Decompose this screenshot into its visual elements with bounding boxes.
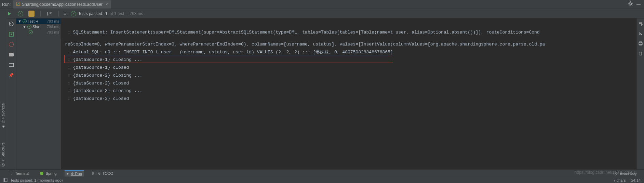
spring-label: Spring — [46, 171, 57, 175]
run-label: Run: — [2, 2, 11, 7]
todo-label: 6: TODO — [98, 171, 113, 175]
pin-button[interactable]: 📌 — [8, 72, 15, 79]
run-button[interactable] — [6, 10, 13, 17]
console-line: : Actual SQL: u0 ::: INSERT INTO t_user … — [65, 49, 632, 56]
left-sidebar: ★ 2: Favorites ⌬ 7: Structure — [0, 9, 6, 173]
console-line: : {dataSource-3} closed — [65, 95, 632, 103]
svg-point-1 — [630, 3, 632, 5]
scroll-to-end-icon[interactable] — [638, 31, 643, 37]
structure-label: 7: Structure — [1, 142, 5, 162]
console-line: : {dataSource-1} closed — [65, 64, 632, 72]
tests-passed-of: of 1 test — [110, 11, 124, 16]
terminal-tab[interactable]: Terminal — [7, 171, 31, 176]
tree-root-row[interactable]: ▼ Test R 793 ms — [16, 18, 61, 24]
watermark: https://blog.csdn.net/s1078229131 — [575, 170, 637, 175]
svg-point-11 — [11, 34, 12, 35]
soft-wrap-icon[interactable] — [638, 21, 643, 27]
tests-passed-time: – 793 ms — [126, 11, 143, 16]
terminal-label: Terminal — [15, 171, 29, 175]
test-tree: ▼ Test R 793 ms ▼ Sha 793 ms 793 ms — [16, 18, 61, 39]
tree-child-time: 793 ms — [47, 25, 59, 29]
pass-filter-button[interactable] — [17, 10, 24, 17]
run-tab[interactable]: ShardingjdbcdemoApplicationTests.addUser… — [13, 0, 111, 9]
collapse-icon[interactable]: ▼ — [23, 25, 26, 29]
success-icon — [23, 19, 27, 23]
tree-child-label: Sha — [32, 25, 39, 29]
favorites-label: 2: Favorites — [1, 103, 5, 123]
run-tab-bottom[interactable]: 4: Run — [65, 170, 84, 177]
svg-line-6 — [629, 2, 630, 3]
run-label: 4: Run — [71, 172, 82, 176]
tree-leaf-time: 793 ms — [47, 30, 59, 34]
console-line: : {dataSource-2} closing ... — [65, 72, 632, 80]
test-toolbar: » Tests passed: 1 of 1 test – 793 ms — [0, 9, 644, 18]
console-line: : SQLStatement: InsertStatement(super=DM… — [65, 29, 632, 37]
tree-root-label: Test R — [28, 19, 38, 23]
close-tab-icon[interactable]: × — [106, 2, 108, 7]
tab-title: ShardingjdbcdemoApplicationTests.addUser — [22, 2, 102, 7]
minimize-icon[interactable]: — — [636, 2, 641, 7]
gear-icon[interactable] — [628, 1, 633, 7]
status-toggle-icon[interactable] — [3, 178, 8, 183]
tests-passed-summary: Tests passed: 1 of 1 test – 793 ms — [71, 11, 143, 16]
toggle-auto-test-button[interactable] — [8, 31, 15, 38]
favorites-tool-window[interactable]: ★ 2: Favorites — [1, 103, 5, 129]
console-line: : {dataSource-3} closing ... — [65, 87, 632, 95]
ignore-filter-button[interactable] — [28, 10, 35, 17]
success-icon — [29, 30, 33, 34]
tests-passed-prefix: Tests passed: — [78, 11, 103, 16]
structure-tool-window[interactable]: ⌬ 7: Structure — [1, 142, 5, 167]
test-icon — [16, 2, 20, 7]
stop-button[interactable] — [8, 41, 15, 48]
console-output[interactable]: : SQLStatement: InsertStatement(super=DM… — [61, 18, 636, 173]
svg-rect-15 — [9, 172, 13, 175]
status-bar: Tests passed: 1 (moments ago) 7 chars 24… — [0, 177, 644, 183]
tree-leaf-row[interactable]: 793 ms — [16, 29, 61, 35]
svg-rect-21 — [4, 178, 5, 182]
console-line: : {dataSource-1} closing ... — [65, 56, 632, 64]
layout-button[interactable] — [8, 62, 15, 68]
toolbar-divider — [40, 11, 41, 17]
toolbar-divider — [58, 11, 59, 17]
sort-button[interactable] — [46, 10, 53, 17]
success-icon — [71, 11, 76, 16]
svg-line-9 — [632, 2, 633, 3]
console-line: reStopIndex=0, whereParameterStartIndex=… — [65, 41, 632, 49]
print-icon[interactable] — [638, 41, 643, 47]
spring-tab[interactable]: Spring — [38, 171, 59, 176]
collapse-icon[interactable]: ▼ — [18, 19, 22, 23]
rerun-button[interactable] — [8, 21, 15, 27]
run-sidebar: 📌 — [6, 18, 16, 173]
tree-root-time: 793 ms — [47, 19, 59, 23]
status-message: Tests passed: 1 (moments ago) — [10, 178, 63, 182]
status-position: 24:14 — [631, 178, 641, 182]
tree-child-row[interactable]: ▼ Sha 793 ms — [16, 24, 61, 29]
svg-line-7 — [632, 5, 633, 6]
svg-line-8 — [629, 5, 630, 6]
svg-rect-17 — [92, 172, 96, 175]
console-line: : {dataSource-2} closed — [65, 80, 632, 88]
todo-tab[interactable]: 6: TODO — [90, 171, 116, 176]
bottom-tabs: Terminal Spring 4: Run 6: TODO Event Log — [0, 169, 644, 177]
svg-rect-13 — [640, 42, 642, 43]
status-chars: 7 chars — [613, 178, 626, 182]
clear-all-icon[interactable] — [638, 51, 643, 57]
expand-icon[interactable]: » — [64, 11, 67, 16]
success-icon — [27, 25, 31, 29]
top-bar: Run: ShardingjdbcdemoApplicationTests.ad… — [0, 0, 644, 9]
console-right-toolbar — [636, 18, 644, 173]
tests-passed-count: 1 — [105, 11, 108, 16]
svg-point-16 — [40, 172, 43, 175]
dump-button[interactable] — [8, 51, 15, 58]
